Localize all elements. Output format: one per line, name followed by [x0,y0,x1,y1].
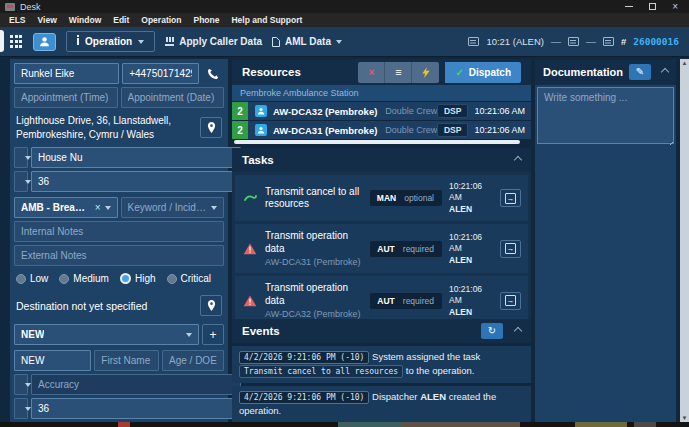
horizontal-scrollbar[interactable] [232,139,531,145]
info-icon [77,38,79,45]
task-requirement: required [402,241,442,257]
radio-icon [167,274,177,284]
collapse-chevron-icon[interactable] [514,156,522,164]
refresh-events-button[interactable]: ↻ [481,323,503,339]
apply-caller-data-button[interactable]: Apply Caller Data [165,36,262,47]
menu-operation[interactable]: Operation [141,15,181,25]
minimize-button[interactable] [625,6,633,7]
execute-task-button[interactable]: → [500,292,521,310]
resource-row[interactable]: 2 AW-DCA31 (Pembroke) Double Crewed Ambu… [232,121,531,139]
house-no-input[interactable] [31,171,241,192]
radio-icon [59,274,69,284]
execute-task-button[interactable]: → [500,189,521,207]
task-user: ALEN [449,255,493,266]
separator-dash: — [551,36,561,47]
line2-status-icon[interactable] [603,37,614,46]
dispatch-button[interactable]: ✓ Dispatch [445,62,521,83]
caller-name-input[interactable] [14,63,119,84]
line1-status-icon[interactable] [568,37,579,46]
operation-number[interactable]: 26000016 [633,36,679,47]
scroll-down-icon[interactable]: ▼ [682,415,688,421]
vertical-scrollbar[interactable]: ▲ ▼ [680,59,689,422]
call-button[interactable] [202,63,224,84]
documentation-textarea[interactable] [537,87,674,144]
documentation-panel: Documentation ✎ [535,59,676,422]
first-name-input[interactable] [94,350,159,371]
caller-avatar-icon[interactable] [33,33,56,51]
session-list-icon[interactable] [468,37,479,46]
task-subtitle: AW-DCA32 (Pembroke) [265,309,363,319]
menu-window[interactable]: Window [69,15,102,25]
accuracy-input[interactable] [31,374,241,395]
maximize-button[interactable] [649,3,656,10]
menu-els[interactable]: ELS [9,15,26,25]
task-title: Transmit operation data [265,282,363,307]
locate-destination-button[interactable] [200,295,222,316]
execute-task-button[interactable]: → [500,240,521,258]
task-mode: AUT [370,241,401,257]
arrow-right-icon: → [505,295,516,306]
locate-address-button[interactable] [200,117,222,138]
app-grid-icon[interactable] [10,35,23,48]
keyword-incident-dropdown[interactable]: Keyword / Incident ... [121,197,225,218]
caller-phone-input[interactable] [122,63,199,84]
collapsed-panel-handle[interactable] [0,30,4,52]
location-by-object-dropdown[interactable]: Location by OBJECT ... [14,147,28,168]
keyword-tag-dropdown[interactable]: AMB - Breathing Diffic... × [14,197,118,218]
age-dob-input[interactable] [162,350,224,371]
resource-row[interactable]: 2 AW-DCA32 (Pembroke) Double Crewed Ambu… [232,102,531,120]
destination-by-object-dropdown[interactable]: Destination by OBJECT ... [14,374,28,395]
remove-resource-button[interactable]: × [358,62,385,83]
operation-type-dropdown[interactable]: NEW [14,324,199,345]
resource-status-badge: DSP [437,104,468,118]
map-pin-icon [207,122,216,133]
appointment-date-input[interactable] [121,87,225,108]
priority-low[interactable]: Low [16,273,48,284]
menu-phone[interactable]: Phone [193,15,219,25]
aml-data-dropdown-button[interactable]: AML Data [272,36,342,47]
keyword-tag: AMB - Breathing Diffic... [21,202,87,213]
collapse-chevron-icon[interactable] [661,68,669,76]
task-time: 10:21:06 AM [449,284,493,307]
remove-tag-icon[interactable]: × [95,202,101,213]
resource-list-button[interactable]: ≡ [385,62,412,83]
close-button[interactable]: × [672,3,678,10]
scroll-up-icon[interactable]: ▲ [682,60,688,66]
quick-dispatch-button[interactable] [412,62,439,83]
resource-type: Double Crewed Ambulance [385,125,437,135]
operation-dropdown-button[interactable]: Operation [66,31,155,52]
add-button[interactable]: + [202,324,224,345]
collapse-chevron-icon[interactable] [514,327,522,335]
edit-documentation-button[interactable]: ✎ [629,64,651,80]
location-by-address-dropdown[interactable]: Location by ADDRESS ... [14,171,28,192]
apply-caller-data-label: Apply Caller Data [179,36,262,47]
toolbar: Operation Apply Caller Data AML Data 10:… [0,27,689,57]
house-number-input[interactable] [31,147,241,168]
destination-by-address-dropdown[interactable]: Destination by ADDRESS ... [14,398,28,419]
external-notes-input[interactable] [14,245,224,266]
destination-house-no-input[interactable] [31,398,241,419]
pencil-icon: ✎ [636,67,644,77]
person-icon [257,107,265,115]
resource-type: Double Crewed Ambulance [385,106,437,116]
task-mode: AUT [370,293,401,309]
appointment-time-input[interactable] [14,87,118,108]
task-subtitle: AW-DCA31 (Pembroke) [265,257,363,267]
lightning-icon [422,67,430,78]
ambulance-unit-icon [255,105,267,117]
menu-help[interactable]: Help and Support [231,15,302,25]
warning-triangle-icon [242,243,258,255]
last-name-input[interactable] [14,350,91,371]
caller-address-text: Lighthouse Drive, 36, Llanstadwell, Pemb… [16,114,196,141]
priority-high[interactable]: High [120,273,156,284]
priority-critical[interactable]: Critical [167,273,212,284]
menu-edit[interactable]: Edit [113,15,129,25]
event-text: Dispatcher [372,391,417,402]
internal-notes-input[interactable] [14,221,224,242]
task-mode-badge: AUT required [370,241,442,257]
task-row[interactable]: Transmit operation data AW-DCA31 (Pembro… [235,224,528,273]
menu-view[interactable]: View [38,15,57,25]
task-row[interactable]: Transmit cancel to all resources MAN opt… [235,175,528,221]
priority-medium[interactable]: Medium [59,273,109,284]
event-row: 4/2/2026 9:21:06 PM (-10) Dispatcher ALE… [232,386,531,423]
